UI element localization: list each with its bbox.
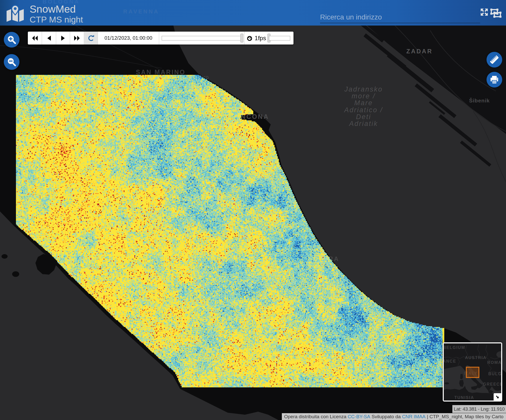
svg-text:BELGIUM: BELGIUM	[444, 345, 465, 350]
svg-text:GREECE: GREECE	[483, 382, 501, 386]
svg-text:AUSTRIA: AUSTRIA	[465, 356, 487, 360]
svg-text:TUNISIA: TUNISIA	[454, 395, 474, 400]
svg-text:ANCE: ANCE	[444, 359, 456, 363]
svg-text:ROMAI: ROMAI	[487, 360, 501, 365]
svg-text:BULGA: BULGA	[488, 372, 501, 376]
